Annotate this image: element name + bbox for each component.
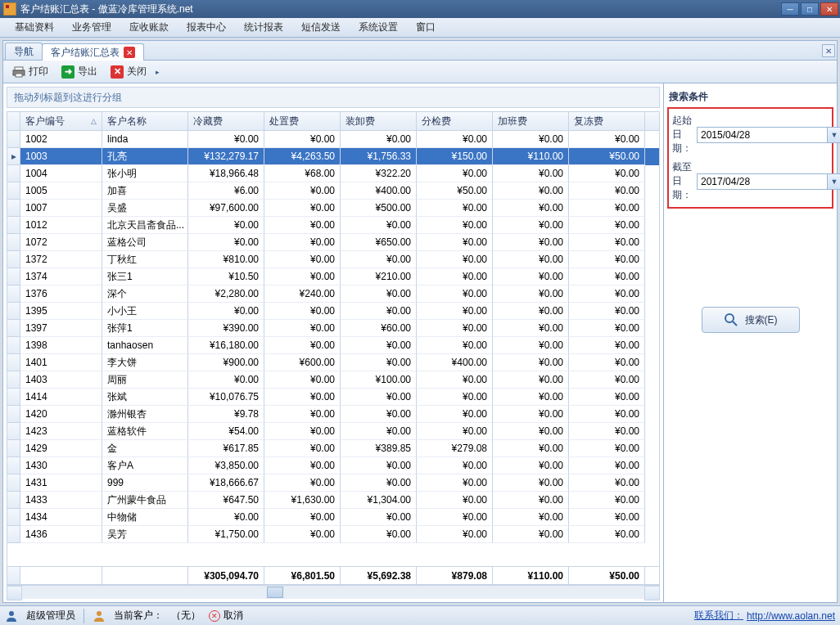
table-row[interactable]: ▸1003孔亮¥132,279.17¥4,263.50¥1,756.33¥150… xyxy=(7,148,659,165)
cell-value: ¥0.00 xyxy=(493,509,569,526)
menu-system[interactable]: 系统设置 xyxy=(350,18,406,37)
cell-value: ¥900.00 xyxy=(188,354,264,371)
cell-value: ¥2,280.00 xyxy=(188,286,264,303)
cell-value: ¥0.00 xyxy=(264,526,341,543)
footer-total-2: ¥5,692.38 xyxy=(341,567,417,584)
cell-value: ¥1,630.00 xyxy=(264,492,341,509)
cell-value: ¥0.00 xyxy=(569,371,645,389)
row-indicator xyxy=(7,389,20,406)
cell-value: ¥0.00 xyxy=(417,474,493,492)
contact-link[interactable]: http://www.aolan.net xyxy=(747,610,835,622)
footer-blank2 xyxy=(102,567,188,584)
col-overtime-fee[interactable]: 加班费 xyxy=(493,112,569,130)
col-storage-fee[interactable]: 冷藏费 xyxy=(188,112,264,130)
table-row[interactable]: 1012北京天昌斋食品...¥0.00¥0.00¥0.00¥0.00¥0.00¥… xyxy=(7,217,659,234)
cell-value: ¥0.00 xyxy=(341,131,417,148)
menu-stats[interactable]: 统计报表 xyxy=(236,18,291,37)
table-row[interactable]: 1395小小王¥0.00¥0.00¥0.00¥0.00¥0.00¥0.00 xyxy=(7,303,659,320)
table-row[interactable]: 1376深个¥2,280.00¥240.00¥0.00¥0.00¥0.00¥0.… xyxy=(7,286,659,303)
table-row[interactable]: 1429金¥617.85¥0.00¥389.85¥279.08¥0.00¥0.0… xyxy=(7,440,659,457)
tab-close-icon[interactable]: ✕ xyxy=(124,47,135,58)
group-by-strip[interactable]: 拖动列标题到这进行分组 xyxy=(7,87,660,108)
table-row[interactable]: 1004张小明¥18,966.48¥68.00¥322.20¥0.00¥0.00… xyxy=(7,165,659,182)
col-sorting-fee[interactable]: 分检费 xyxy=(417,112,493,130)
row-indicator xyxy=(7,474,20,492)
row-indicator xyxy=(7,165,20,182)
cell-value: ¥0.00 xyxy=(341,509,417,526)
cell-value: ¥0.00 xyxy=(569,182,645,200)
horizontal-scrollbar[interactable] xyxy=(7,585,660,599)
table-row[interactable]: 1414张斌¥10,076.75¥0.00¥0.00¥0.00¥0.00¥0.0… xyxy=(7,389,659,406)
col-refreeze-fee[interactable]: 复冻费 xyxy=(569,112,645,130)
table-row[interactable]: 1420滁州银杏¥9.78¥0.00¥0.00¥0.00¥0.00¥0.00 xyxy=(7,406,659,423)
row-indicator xyxy=(7,217,20,234)
cell-value: ¥0.00 xyxy=(341,423,417,440)
cell-customer-id: 1372 xyxy=(20,251,102,268)
table-row[interactable]: 1401李大饼¥900.00¥600.00¥0.00¥400.00¥0.00¥0… xyxy=(7,354,659,371)
row-indicator-header xyxy=(7,112,20,130)
table-row[interactable]: 1002linda¥0.00¥0.00¥0.00¥0.00¥0.00¥0.00 xyxy=(7,131,659,148)
table-row[interactable]: 1423蓝格软件¥54.00¥0.00¥0.00¥0.00¥0.00¥0.00 xyxy=(7,423,659,440)
print-button[interactable]: 打印 xyxy=(7,62,54,81)
table-row[interactable]: 1430客户A¥3,850.00¥0.00¥0.00¥0.00¥0.00¥0.0… xyxy=(7,457,659,474)
cell-value: ¥0.00 xyxy=(264,337,341,354)
svg-point-6 xyxy=(97,611,102,616)
current-user: 超级管理员 xyxy=(26,609,75,623)
col-customer-name[interactable]: 客户名称 xyxy=(102,112,188,130)
menu-reports[interactable]: 报表中心 xyxy=(178,18,234,37)
menu-sms[interactable]: 短信发送 xyxy=(293,18,349,37)
table-row[interactable]: 1072蓝格公司¥0.00¥0.00¥650.00¥0.00¥0.00¥0.00 xyxy=(7,234,659,251)
table-row[interactable]: 1436吴芳¥1,750.00¥0.00¥0.00¥0.00¥0.00¥0.00 xyxy=(7,526,659,543)
menu-basic[interactable]: 基础资料 xyxy=(7,18,62,37)
menu-business[interactable]: 业务管理 xyxy=(64,18,120,37)
row-indicator xyxy=(7,440,20,457)
export-button[interactable]: ➜ 导出 xyxy=(56,62,103,81)
maximize-button[interactable]: □ xyxy=(801,2,819,16)
menu-window[interactable]: 窗口 xyxy=(408,18,444,37)
table-row[interactable]: 1372丁秋红¥810.00¥0.00¥0.00¥0.00¥0.00¥0.00 xyxy=(7,251,659,268)
start-date-input[interactable] xyxy=(697,127,827,143)
table-row[interactable]: 1433广州蒙牛食品¥647.50¥1,630.00¥1,304.00¥0.00… xyxy=(7,492,659,509)
cell-customer-name: 孔亮 xyxy=(102,148,188,165)
table-row[interactable]: 1431999¥18,666.67¥0.00¥0.00¥0.00¥0.00¥0.… xyxy=(7,474,659,492)
window-close-button[interactable]: ✕ xyxy=(820,2,838,16)
table-row[interactable]: 1397张萍1¥390.00¥0.00¥60.00¥0.00¥0.00¥0.00 xyxy=(7,320,659,337)
tab-report[interactable]: 客户结账汇总表 ✕ xyxy=(42,43,144,61)
start-date-dropdown-icon[interactable]: ▼ xyxy=(827,127,840,143)
close-button[interactable]: ✕ 关闭 xyxy=(105,62,152,81)
cell-value: ¥0.00 xyxy=(569,457,645,474)
col-disposal-fee[interactable]: 处置费 xyxy=(264,112,341,130)
table-row[interactable]: 1374张三1¥10.50¥0.00¥210.00¥0.00¥0.00¥0.00 xyxy=(7,268,659,286)
cell-value: ¥0.00 xyxy=(569,423,645,440)
minimize-button[interactable]: ─ xyxy=(781,2,799,16)
end-date-input[interactable] xyxy=(697,173,827,190)
export-label: 导出 xyxy=(78,65,97,79)
cell-value: ¥4,263.50 xyxy=(264,148,341,165)
cell-customer-name: 蓝格公司 xyxy=(102,234,188,251)
search-button[interactable]: 搜索(E) xyxy=(702,307,800,333)
cancel-customer-button[interactable]: ✕ 取消 xyxy=(209,609,243,623)
cell-customer-name: 滁州银杏 xyxy=(102,406,188,423)
cell-value: ¥0.00 xyxy=(569,440,645,457)
end-date-dropdown-icon[interactable]: ▼ xyxy=(827,173,840,190)
cell-value: ¥0.00 xyxy=(417,406,493,423)
col-loading-fee[interactable]: 装卸费 xyxy=(341,112,417,130)
table-row[interactable]: 1007吴盛¥97,600.00¥0.00¥500.00¥0.00¥0.00¥0… xyxy=(7,200,659,217)
cell-value: ¥0.00 xyxy=(493,474,569,492)
table-row[interactable]: 1398tanhaosen¥16,180.00¥0.00¥0.00¥0.00¥0… xyxy=(7,337,659,354)
col-customer-id[interactable]: 客户编号△ xyxy=(20,112,102,130)
table-row[interactable]: 1403周丽¥0.00¥0.00¥100.00¥0.00¥0.00¥0.00 xyxy=(7,371,659,389)
scrollbar-thumb[interactable] xyxy=(267,587,283,598)
table-row[interactable]: 1005加喜¥6.00¥0.00¥400.00¥50.00¥0.00¥0.00 xyxy=(7,182,659,200)
tab-navigation[interactable]: 导航 xyxy=(5,43,43,60)
menu-receivable[interactable]: 应收账款 xyxy=(121,18,177,37)
cell-value: ¥0.00 xyxy=(569,474,645,492)
print-icon xyxy=(12,65,25,79)
toolbar-chevron-icon[interactable]: ▸ xyxy=(154,65,162,79)
tabstrip-close-button[interactable]: ✕ xyxy=(822,44,835,57)
cell-customer-id: 1423 xyxy=(20,423,102,440)
cell-value: ¥0.00 xyxy=(417,389,493,406)
table-row[interactable]: 1434中物储¥0.00¥0.00¥0.00¥0.00¥0.00¥0.00 xyxy=(7,509,659,526)
cell-value: ¥0.00 xyxy=(569,320,645,337)
cell-customer-id: 1007 xyxy=(20,200,102,217)
